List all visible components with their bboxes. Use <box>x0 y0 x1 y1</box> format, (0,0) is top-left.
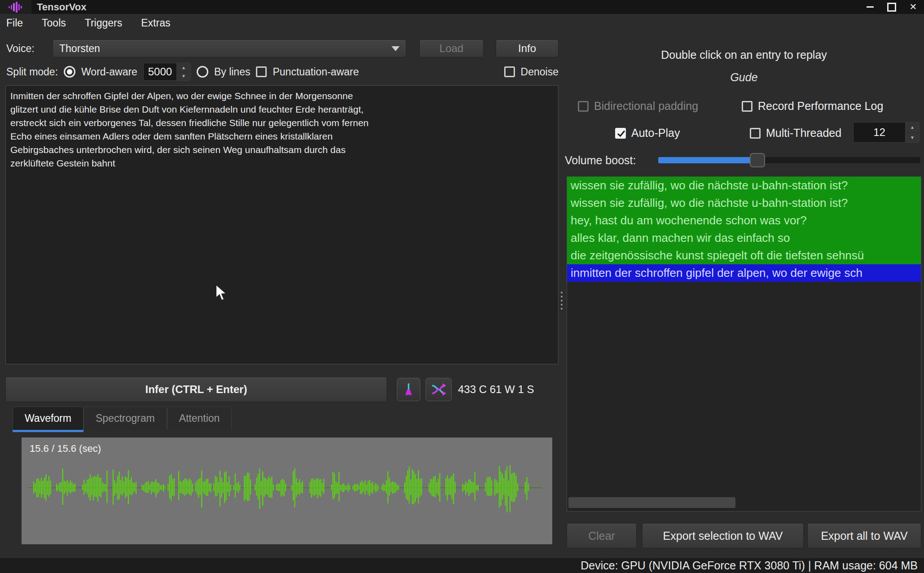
fader-icon <box>402 382 415 397</box>
bidirectional-padding-label[interactable]: Bidirectional padding <box>594 100 698 113</box>
shuffle-icon <box>431 382 447 397</box>
maximize-button[interactable] <box>881 0 902 14</box>
minimize-icon <box>867 6 874 8</box>
punctuation-aware-checkbox[interactable] <box>256 66 267 77</box>
denoise-checkbox[interactable] <box>504 66 515 77</box>
window-title: TensorVox <box>37 1 86 13</box>
load-button[interactable]: Load <box>419 39 484 57</box>
audio-waveform-icon <box>8 1 23 13</box>
character-count: 433 C 61 W 1 S <box>458 377 534 402</box>
by-lines-radio[interactable] <box>197 66 208 78</box>
text-input-area[interactable]: Inmitten der schroffen Gipfel der Alpen,… <box>5 85 559 364</box>
bidirectional-padding-checkbox[interactable] <box>578 101 589 112</box>
split-mode-row: Split mode: Word-aware 5000 ▲ ▼ By lines… <box>6 63 559 81</box>
volume-fill <box>658 157 752 163</box>
list-item[interactable]: wissen sie zufällig, wo die nächste u-ba… <box>567 194 921 212</box>
close-icon: ✕ <box>910 0 917 14</box>
tab-waveform[interactable]: Waveform <box>13 407 84 430</box>
menu-triggers[interactable]: Triggers <box>85 17 123 29</box>
split-chars-spinbox[interactable]: 5000 ▲ ▼ <box>143 63 191 81</box>
split-mode-label: Split mode: <box>6 66 58 78</box>
split-chars-value[interactable]: 5000 <box>144 63 176 80</box>
punctuation-aware-label[interactable]: Punctuation-aware <box>273 66 359 78</box>
spin-up-icon[interactable]: ▲ <box>906 122 919 133</box>
multi-threaded-checkbox[interactable] <box>750 128 761 139</box>
info-button[interactable]: Info <box>496 39 559 57</box>
multi-threaded-option: Multi-Threaded <box>750 127 841 140</box>
word-aware-radio[interactable] <box>64 66 75 78</box>
title-bar: TensorVox ✕ <box>0 0 924 14</box>
denoise-label[interactable]: Denoise <box>521 66 559 78</box>
record-performance-log-checkbox[interactable] <box>742 101 752 112</box>
menu-tools[interactable]: Tools <box>42 17 66 29</box>
export-all-button[interactable]: Export all to WAV <box>807 523 921 548</box>
minimize-button[interactable] <box>859 0 881 14</box>
waveform-plot <box>22 437 552 544</box>
by-lines-label[interactable]: By lines <box>214 66 251 78</box>
horizontal-scrollbar-thumb[interactable] <box>568 497 735 508</box>
waveform-time-label: 15.6 / 15.6 (sec) <box>30 443 101 455</box>
replay-hint: Double click on an entry to replay <box>567 48 921 61</box>
auto-play-checkbox[interactable] <box>615 128 626 139</box>
thread-count-spin-buttons: ▲ ▼ <box>905 122 919 142</box>
clear-button[interactable]: Clear <box>567 523 637 548</box>
multi-threaded-label[interactable]: Multi-Threaded <box>766 127 841 140</box>
denoise-group: Denoise <box>504 66 559 78</box>
auto-play-label[interactable]: Auto-Play <box>631 127 680 140</box>
spin-up-icon[interactable]: ▲ <box>177 63 190 72</box>
record-performance-log-option: Record Performance Log <box>742 100 883 113</box>
menu-file[interactable]: File <box>6 17 23 29</box>
record-performance-log-label[interactable]: Record Performance Log <box>758 100 883 113</box>
spin-down-icon[interactable]: ▼ <box>177 72 190 81</box>
app-logo <box>0 0 31 14</box>
visualization-tabs: Waveform Spectrogram Attention <box>13 407 232 432</box>
voice-label: Voice: <box>6 39 35 57</box>
menu-extras[interactable]: Extras <box>141 17 170 29</box>
thread-count-spinbox[interactable]: 12 ▲ ▼ <box>853 122 920 143</box>
volume-slider[interactable] <box>658 153 920 168</box>
window-controls: ✕ <box>859 0 924 14</box>
volume-boost-label: Volume boost: <box>565 153 636 168</box>
maximize-icon <box>887 3 896 12</box>
chevron-down-icon <box>392 46 400 51</box>
split-chars-spin-buttons: ▲ ▼ <box>176 63 190 80</box>
list-item[interactable]: inmitten der schroffen gipfel der alpen,… <box>567 264 921 282</box>
auto-play-option: Auto-Play <box>615 127 680 140</box>
close-button[interactable]: ✕ <box>902 0 924 14</box>
shuffle-button[interactable] <box>426 378 452 401</box>
device-status-text: Device: GPU (NVIDIA GeForce RTX 3080 Ti)… <box>581 559 918 572</box>
list-item[interactable]: alles klar, dann machen wir das einfach … <box>567 229 921 247</box>
voice-tuning-button[interactable] <box>397 378 420 401</box>
waveform-panel: 15.6 / 15.6 (sec) <box>22 437 552 544</box>
list-item[interactable]: die zeitgenössische kunst spiegelt oft d… <box>567 247 921 264</box>
thread-count-value[interactable]: 12 <box>854 122 905 142</box>
tab-attention[interactable]: Attention <box>167 407 232 430</box>
menu-bar: File Tools Triggers Extras <box>0 14 924 32</box>
status-bar: Device: GPU (NVIDIA GeForce RTX 3080 Ti)… <box>0 558 924 573</box>
volume-handle[interactable] <box>750 153 765 167</box>
bidirectional-padding-option: Bidirectional padding <box>578 100 698 113</box>
list-item[interactable]: wissen sie zufällig, wo die nächste u-ba… <box>567 177 921 194</box>
tab-spectrogram[interactable]: Spectrogram <box>84 407 167 430</box>
export-selection-button[interactable]: Export selection to WAV <box>642 523 804 548</box>
voice-greeting: Gude <box>567 71 921 84</box>
list-item[interactable]: hey, hast du am wochenende schon was vor… <box>567 212 921 229</box>
generated-audio-list: wissen sie zufällig, wo die nächste u-ba… <box>567 176 921 512</box>
voice-select[interactable]: Thorsten <box>53 39 406 57</box>
infer-button[interactable]: Infer (CTRL + Enter) <box>5 377 387 402</box>
spin-down-icon[interactable]: ▼ <box>906 133 919 143</box>
voice-select-value: Thorsten <box>59 43 100 55</box>
panel-splitter-handle[interactable] <box>559 292 564 310</box>
word-aware-label[interactable]: Word-aware <box>81 66 137 78</box>
